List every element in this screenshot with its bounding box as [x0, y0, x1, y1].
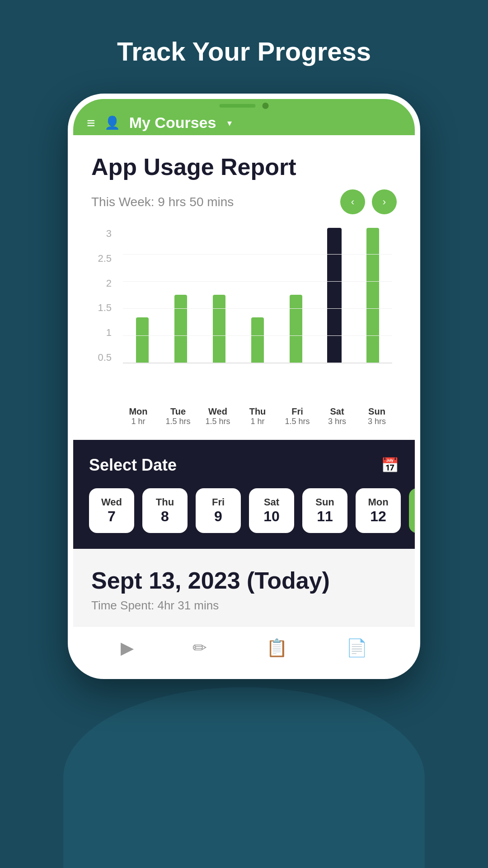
bottom-nav-icon-0: ▶: [121, 638, 134, 658]
prev-week-button[interactable]: ‹: [340, 189, 365, 214]
date-header: Select Date 📅: [89, 456, 399, 475]
date-pill-num-label: 10: [263, 508, 280, 525]
bar-wed[interactable]: [213, 295, 225, 363]
bar-tue[interactable]: [174, 295, 187, 363]
date-pill-day-label: Thu: [156, 496, 174, 508]
time-spent: Time Spent: 4hr 31 mins: [91, 599, 397, 613]
bar-fri[interactable]: [290, 295, 302, 363]
chart-section: App Usage Report This Week: 9 hrs 50 min…: [73, 135, 415, 440]
bottom-nav-icon-1: ✏: [192, 638, 207, 658]
chart-x-labels: Mon1 hrTue1.5 hrsWed1.5 hrsThu1 hrFri1.5…: [118, 406, 397, 426]
bar-group-thu: [238, 228, 277, 363]
pill-indicator: [220, 104, 256, 108]
user-icon: 👤: [104, 115, 120, 130]
y-label-0.5: 0.5: [91, 352, 112, 363]
bar-label-mon: Mon1 hr: [118, 406, 158, 426]
bottom-nav-icon-2: 📋: [266, 638, 287, 658]
phone-header: ≡ 👤 My Courses ▾: [73, 99, 415, 135]
y-label-2: 2: [91, 278, 112, 289]
bar-time-label: 1.5 hrs: [285, 417, 310, 426]
bar-time-label: 3 hrs: [368, 417, 386, 426]
phone-notch: [199, 99, 289, 115]
date-pill-num-label: 8: [161, 508, 169, 525]
bar-time-label: 1.5 hrs: [205, 417, 230, 426]
y-label-1.5: 1.5: [91, 302, 112, 314]
date-pill-num-label: 11: [317, 508, 333, 525]
date-section: Select Date 📅 Wed7Thu8Fri9Sat10Sun11Mon1…: [73, 440, 415, 549]
hamburger-icon[interactable]: ≡: [87, 116, 95, 130]
bar-mon[interactable]: [136, 317, 149, 363]
date-pill-11[interactable]: Sun11: [302, 488, 347, 533]
bar-day-label: Tue: [170, 406, 186, 417]
bar-group-fri: [277, 228, 315, 363]
bar-label-wed: Wed1.5 hrs: [198, 406, 238, 426]
date-pill-12[interactable]: Mon12: [356, 488, 401, 533]
date-pill-num-label: 9: [214, 508, 222, 525]
date-pill-day-label: Mon: [368, 496, 388, 508]
date-pill-num-label: 12: [370, 508, 386, 525]
bar-sun[interactable]: [366, 228, 379, 363]
date-pill-9[interactable]: Fri9: [196, 488, 241, 533]
silent-button[interactable]: [68, 284, 71, 321]
bar-time-label: 1 hr: [250, 417, 264, 426]
date-pill-day-label: Sun: [315, 496, 334, 508]
bottom-nav-item-2[interactable]: 📋: [266, 638, 287, 660]
week-label: This Week: 9 hrs 50 mins: [91, 195, 234, 209]
bar-day-label: Fri: [291, 406, 303, 417]
bar-day-label: Wed: [208, 406, 227, 417]
bar-day-label: Thu: [249, 406, 266, 417]
bottom-nav: ▶✏📋📄: [73, 626, 415, 674]
volume-down-button[interactable]: [68, 239, 71, 275]
bg-shape: [63, 687, 425, 868]
bar-label-fri: Fri1.5 hrs: [277, 406, 317, 426]
bar-day-label: Mon: [129, 406, 147, 417]
calendar-icon[interactable]: 📅: [381, 457, 399, 474]
bar-thu[interactable]: [251, 317, 264, 363]
bar-time-label: 1.5 hrs: [165, 417, 190, 426]
bottom-nav-item-1[interactable]: ✏: [192, 638, 207, 660]
power-button[interactable]: [417, 235, 420, 271]
bar-group-sun: [354, 228, 392, 363]
bar-day-label: Sat: [330, 406, 344, 417]
date-pill-7[interactable]: Wed7: [89, 488, 134, 533]
bar-group-mon: [123, 228, 161, 363]
date-pills-container: Wed7Thu8Fri9Sat10Sun11Mon12Tue13: [89, 488, 399, 533]
nav-buttons: ‹ ›: [340, 189, 397, 214]
page-title: Track Your Progress: [117, 36, 371, 66]
bottom-nav-item-3[interactable]: 📄: [346, 638, 367, 660]
date-section-title: Select Date: [89, 456, 177, 475]
date-pill-day-label: Wed: [101, 496, 122, 508]
date-pill-13[interactable]: Tue13: [409, 488, 420, 533]
date-pill-8[interactable]: Thu8: [142, 488, 188, 533]
week-row: This Week: 9 hrs 50 mins ‹ ›: [91, 189, 397, 214]
bar-group-sat: [315, 228, 354, 363]
nav-bar: ≡ 👤 My Courses ▾: [87, 114, 232, 132]
chart-container: 3 2.5 2 1.5 1 0.5: [91, 228, 397, 400]
y-label-3: 3: [91, 228, 112, 240]
volume-up-button[interactable]: [68, 208, 71, 230]
y-axis-labels: 3 2.5 2 1.5 1 0.5: [91, 228, 112, 363]
nav-title: My Courses: [129, 114, 216, 132]
date-pill-num-label: 7: [108, 508, 116, 525]
date-pill-10[interactable]: Sat10: [249, 488, 294, 533]
bar-label-tue: Tue1.5 hrs: [158, 406, 198, 426]
date-pill-day-label: Fri: [212, 496, 225, 508]
bar-group-wed: [200, 228, 238, 363]
bar-label-sat: Sat3 hrs: [317, 406, 357, 426]
next-week-button[interactable]: ›: [372, 189, 397, 214]
today-date: Sept 13, 2023 (Today): [91, 567, 397, 594]
phone-mockup: ≡ 👤 My Courses ▾ App Usage Report This W…: [68, 94, 420, 679]
bar-time-label: 3 hrs: [328, 417, 346, 426]
camera-dot: [263, 103, 269, 109]
bar-label-thu: Thu1 hr: [238, 406, 277, 426]
date-pill-day-label: Sat: [264, 496, 279, 508]
y-label-2.5: 2.5: [91, 253, 112, 264]
bar-sat[interactable]: [327, 228, 342, 363]
bottom-nav-icon-3: 📄: [346, 638, 367, 658]
today-section: Sept 13, 2023 (Today) Time Spent: 4hr 31…: [73, 549, 415, 626]
report-title: App Usage Report: [91, 153, 397, 180]
bar-group-tue: [161, 228, 200, 363]
bottom-nav-item-0[interactable]: ▶: [121, 638, 134, 660]
y-label-1: 1: [91, 327, 112, 339]
chevron-down-icon: ▾: [227, 118, 232, 128]
